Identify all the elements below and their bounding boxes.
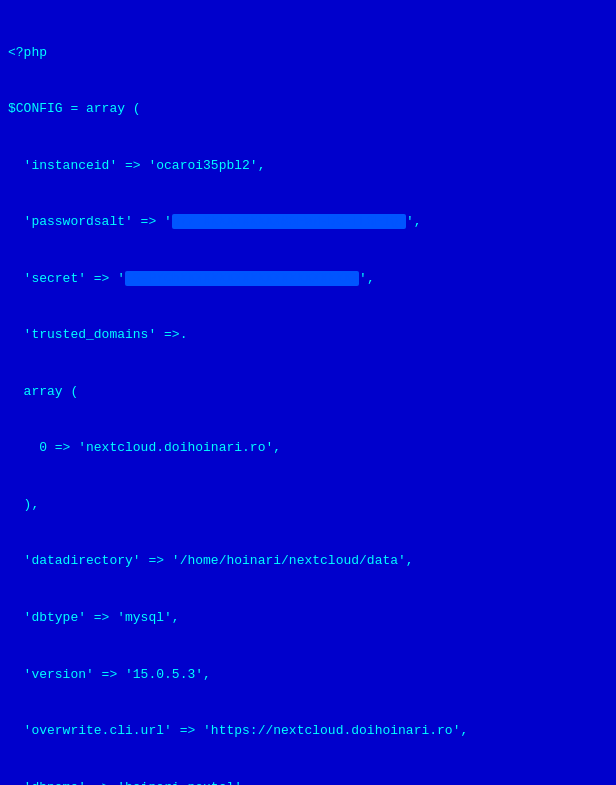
line-3: 'instanceid' => 'ocaroi35pbl2', (8, 157, 608, 176)
line-10: 'datadirectory' => '/home/hoinari/nextcl… (8, 552, 608, 571)
line-8: 0 => 'nextcloud.doihoinari.ro', (8, 439, 608, 458)
line-7: array ( (8, 383, 608, 402)
line-12: 'version' => '15.0.5.3', (8, 666, 608, 685)
line-9: ), (8, 496, 608, 515)
line-1: <?php (8, 44, 608, 63)
line-13: 'overwrite.cli.url' => 'https://nextclou… (8, 722, 608, 741)
line-2: $CONFIG = array ( (8, 100, 608, 119)
line-5: 'secret' => 'iS-PYChXXXXXXXXXXXXXXXXXXXX… (8, 270, 608, 289)
line-4: 'passwordsalt' => 'n7Z.XXXXXXXXXX83EWM-D… (8, 213, 608, 232)
line-11: 'dbtype' => 'mysql', (8, 609, 608, 628)
line-14: 'dbname' => 'hoinari_nextcl', (8, 779, 608, 785)
code-block: <?php $CONFIG = array ( 'instanceid' => … (0, 0, 616, 785)
line-6: 'trusted_domains' =>. (8, 326, 608, 345)
